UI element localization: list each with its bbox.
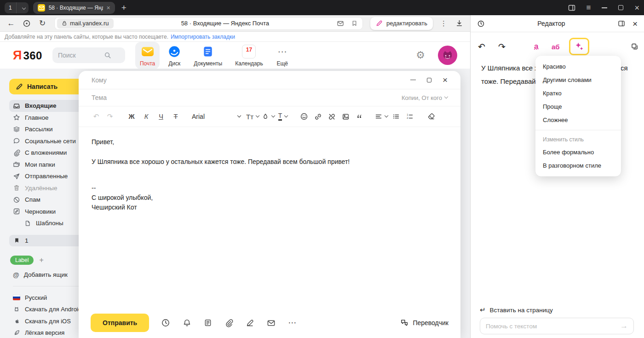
browser-tab[interactable]: 58 · Входящие — Янде... × [33, 2, 115, 14]
refresh-icon[interactable]: ↻ [36, 18, 49, 28]
sidebar-divider [13, 286, 82, 286]
text-color-button[interactable]: Т [277, 111, 288, 122]
bookmark-flag-icon[interactable] [351, 20, 357, 27]
body-line: Привет, [92, 137, 448, 147]
label-tag[interactable]: Label [10, 256, 34, 265]
cc-from-toggle[interactable]: Копии, От кого [402, 94, 448, 101]
open-in-window-icon[interactable] [618, 20, 625, 27]
menu-item-formal[interactable]: Более формально [535, 146, 621, 159]
menu-item-beautiful[interactable]: Красиво [535, 60, 621, 73]
compose-body[interactable]: Привет, У Шляпника все хорошо у остальны… [79, 127, 460, 212]
template-note-icon[interactable] [204, 319, 212, 327]
rephrase-icon[interactable]: аб [552, 43, 560, 51]
paperclip-icon [13, 149, 20, 157]
bullet-list-icon[interactable] [391, 111, 402, 122]
panel-close-icon[interactable]: × [632, 19, 638, 28]
editor-redo-icon[interactable]: ↷ [498, 41, 506, 52]
service-docs[interactable]: Документы [189, 42, 227, 69]
italic-button[interactable]: К [140, 111, 152, 122]
image-icon[interactable] [340, 111, 351, 122]
strikethrough-button[interactable]: Т [170, 111, 182, 122]
translator-button[interactable]: Переводчик [400, 319, 448, 327]
font-family-select[interactable]: Arial [192, 113, 241, 120]
link-icon[interactable] [312, 111, 323, 122]
send-later-clock-icon[interactable] [161, 318, 170, 327]
menu-item-complex[interactable]: Сложнее [535, 113, 621, 127]
service-mail[interactable]: Почта [135, 42, 160, 69]
envelope-icon[interactable] [267, 319, 276, 327]
domain-pill[interactable]: mail.yandex.ru [57, 18, 114, 29]
window-maximize-button[interactable] [618, 5, 623, 10]
tab-title: 58 · Входящие — Янде... [49, 5, 103, 11]
import-bookmarks-link[interactable]: Импортировать закладки [171, 34, 235, 40]
folder-label: Мои папки [25, 161, 55, 168]
search-input[interactable] [58, 52, 104, 59]
compose-minimize-icon[interactable] [410, 80, 416, 81]
spellcheck-icon[interactable]: a [534, 42, 538, 51]
hint-text: Добавляйте на эту панель сайты, которые … [5, 34, 168, 40]
unlink-icon[interactable] [326, 111, 337, 122]
browser-menu-icon[interactable]: ≡ [586, 3, 591, 12]
mail-search[interactable] [52, 47, 125, 63]
editor-undo-icon[interactable]: ↶ [478, 41, 485, 52]
ai-prompt-box[interactable]: → [480, 318, 634, 334]
emoji-icon[interactable] [299, 111, 310, 122]
side-panels-icon[interactable] [568, 4, 575, 12]
address-bar[interactable]: mail.yandex.ru 58 · Входящие — Яндекс По… [54, 17, 363, 30]
service-more[interactable]: ⋯ Ещё [271, 42, 293, 69]
redo-icon[interactable]: ↷ [104, 111, 115, 122]
search-icon [104, 52, 111, 59]
folder-label: Социальные сети [25, 138, 76, 145]
submit-arrow-icon[interactable]: → [620, 321, 628, 331]
offline-copy-icon[interactable] [337, 20, 344, 27]
spam-icon [13, 196, 20, 204]
avatar[interactable] [438, 46, 457, 65]
menu-item-casual[interactable]: В разговорном стиле [535, 159, 621, 172]
copy-icon[interactable] [631, 43, 638, 51]
more-options-icon[interactable]: ⋯ [288, 318, 297, 328]
body-line: -- [92, 183, 448, 193]
quote-icon[interactable] [354, 111, 365, 122]
service-calendar[interactable]: 17 Календарь [230, 42, 268, 69]
tab-list-chevron-icon[interactable] [17, 4, 29, 12]
reminder-bell-icon[interactable] [183, 319, 191, 327]
window-minimize-button[interactable] [602, 7, 607, 8]
to-field[interactable]: Кому [92, 76, 107, 84]
back-icon[interactable]: ← [5, 19, 17, 28]
font-size-select[interactable]: Тт [246, 111, 259, 122]
yandex-360-logo[interactable]: Я 360 [13, 48, 42, 63]
insert-to-page-button[interactable]: ↵ Вставить на страницу [480, 306, 553, 314]
underline-button[interactable]: Ч [155, 111, 167, 122]
menu-item-shorter[interactable]: Кратко [535, 87, 621, 100]
settings-gear-icon[interactable]: ⚙ [416, 49, 425, 61]
service-disk[interactable]: Диск [163, 42, 185, 69]
new-tab-button[interactable]: + [121, 3, 126, 12]
highlight-color-button[interactable] [262, 111, 275, 122]
compose-close-icon[interactable]: × [443, 76, 448, 84]
add-label-icon[interactable]: + [39, 256, 43, 264]
undo-icon[interactable]: ↶ [91, 111, 102, 122]
body-line: С широкой улыбкой, [92, 193, 448, 203]
menu-item-other-words[interactable]: Другими словами [535, 73, 621, 87]
downloads-icon[interactable] [453, 19, 466, 27]
assistant-icon[interactable] [20, 19, 33, 28]
numbered-list-icon[interactable]: 12 [404, 111, 415, 122]
lock-icon [62, 20, 67, 26]
eraser-icon[interactable] [426, 111, 437, 122]
editor-extension-button[interactable]: редактировать [370, 17, 433, 30]
extension-kebab-icon[interactable]: ⋮ [437, 19, 450, 28]
history-icon[interactable] [477, 20, 485, 28]
align-select[interactable] [375, 111, 388, 122]
tab-close-icon[interactable]: × [107, 4, 110, 12]
compose-maximize-icon[interactable] [427, 78, 431, 82]
subject-field[interactable]: Тема [92, 94, 107, 101]
magic-improve-button[interactable] [569, 38, 589, 55]
tab-counter[interactable]: 1 [5, 2, 29, 13]
menu-item-simpler[interactable]: Проще [535, 100, 621, 113]
ai-prompt-input[interactable] [486, 323, 620, 330]
window-close-button[interactable]: × [634, 4, 639, 12]
signature-pen-icon[interactable] [246, 319, 254, 327]
attach-paperclip-icon[interactable] [224, 319, 233, 327]
bold-button[interactable]: Ж [126, 111, 138, 122]
send-button[interactable]: Отправить [91, 314, 149, 332]
